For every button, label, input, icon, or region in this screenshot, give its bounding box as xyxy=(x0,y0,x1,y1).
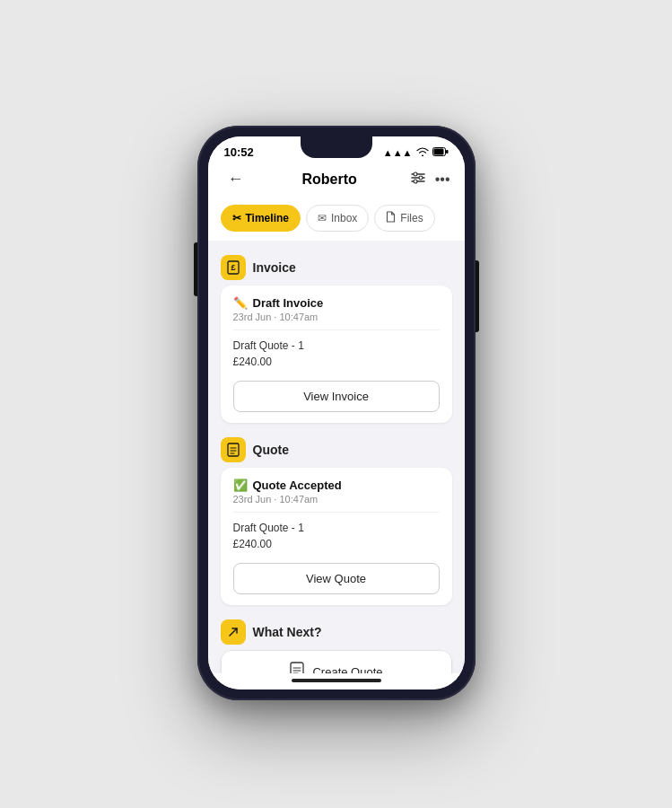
status-time: 10:52 xyxy=(224,145,254,159)
phone-shell: 10:52 ▲▲▲ xyxy=(197,126,476,700)
what-next-section-icon xyxy=(221,619,246,645)
what-next-section-header: What Next? xyxy=(208,614,465,650)
quote-card: ✅ Quote Accepted 23rd Jun · 10:47am Draf… xyxy=(221,468,452,605)
draft-invoice-icon: ✏️ xyxy=(233,296,248,310)
svg-point-7 xyxy=(419,176,423,180)
main-content: £ Invoice ✏️ Draft Invoice 23rd Jun · 10… xyxy=(208,241,465,673)
notch xyxy=(301,136,372,158)
invoice-line1: Draft Quote - 1 xyxy=(233,338,440,354)
quote-section-label: Quote xyxy=(253,443,289,457)
svg-rect-11 xyxy=(228,444,239,456)
home-bar xyxy=(292,679,381,682)
invoice-section: £ Invoice ✏️ Draft Invoice 23rd Jun · 10… xyxy=(208,250,465,423)
svg-point-8 xyxy=(414,180,417,183)
tab-inbox[interactable]: ✉ Inbox xyxy=(306,205,369,232)
tab-timeline[interactable]: ✂ Timeline xyxy=(221,205,301,232)
draft-invoice-title: Draft Invoice xyxy=(253,296,324,310)
status-icons: ▲▲▲ xyxy=(383,147,449,158)
create-quote-button[interactable]: Create Quote xyxy=(221,650,452,673)
view-quote-button[interactable]: View Quote xyxy=(233,563,440,594)
what-next-section: What Next? xyxy=(208,614,465,673)
invoice-section-icon: £ xyxy=(221,255,246,280)
invoice-card-title-row: ✏️ Draft Invoice xyxy=(233,296,440,310)
tab-inbox-label: Inbox xyxy=(331,212,357,224)
home-indicator xyxy=(208,673,465,689)
svg-text:£: £ xyxy=(231,263,235,272)
inbox-tab-icon: ✉ xyxy=(318,212,327,224)
svg-point-6 xyxy=(414,172,417,176)
quote-divider xyxy=(233,512,440,513)
filter-icon[interactable] xyxy=(410,171,426,189)
quote-section-icon xyxy=(221,437,246,462)
wifi-icon xyxy=(416,147,429,158)
svg-line-15 xyxy=(230,628,237,636)
files-tab-icon xyxy=(386,211,396,225)
phone-wrapper: 10:52 ▲▲▲ xyxy=(197,126,476,700)
battery-icon xyxy=(432,147,449,158)
header: ← Roberto ••• xyxy=(208,162,465,198)
invoice-line2: £240.00 xyxy=(233,354,440,370)
quote-line2: £240.00 xyxy=(233,536,440,552)
create-quote-btn-icon xyxy=(289,662,305,673)
what-next-card: Create Quote xyxy=(221,650,452,673)
invoice-divider xyxy=(233,329,440,330)
what-next-section-label: What Next? xyxy=(253,625,322,639)
tab-timeline-label: Timeline xyxy=(246,212,289,224)
signal-icon: ▲▲▲ xyxy=(383,147,413,158)
quote-accepted-title: Quote Accepted xyxy=(253,479,342,492)
invoice-section-header: £ Invoice xyxy=(208,250,465,285)
phone-screen: 10:52 ▲▲▲ xyxy=(208,136,465,689)
create-quote-label: Create Quote xyxy=(312,665,382,674)
view-invoice-button[interactable]: View Invoice xyxy=(233,381,440,412)
quote-accepted-date: 23rd Jun · 10:47am xyxy=(233,494,440,505)
invoice-card: ✏️ Draft Invoice 23rd Jun · 10:47am Draf… xyxy=(221,285,452,423)
draft-invoice-date: 23rd Jun · 10:47am xyxy=(233,312,440,322)
tabs-bar: ✂ Timeline ✉ Inbox Files xyxy=(208,198,465,241)
header-title: Roberto xyxy=(301,171,356,188)
svg-rect-2 xyxy=(446,150,449,154)
timeline-tab-icon: ✂ xyxy=(232,212,241,224)
back-button[interactable]: ← xyxy=(223,168,249,190)
more-options-icon[interactable]: ••• xyxy=(435,171,450,188)
header-actions: ••• xyxy=(410,171,450,189)
quote-card-title-row: ✅ Quote Accepted xyxy=(233,479,440,492)
svg-rect-1 xyxy=(433,148,443,154)
quote-section: Quote ✅ Quote Accepted 23rd Jun · 10:47a… xyxy=(208,432,465,605)
tab-files-label: Files xyxy=(400,212,423,224)
quote-accepted-icon: ✅ xyxy=(233,479,248,492)
quote-section-header: Quote xyxy=(208,432,465,468)
invoice-section-label: Invoice xyxy=(253,260,296,275)
tab-files[interactable]: Files xyxy=(374,205,434,232)
quote-line1: Draft Quote - 1 xyxy=(233,520,440,536)
